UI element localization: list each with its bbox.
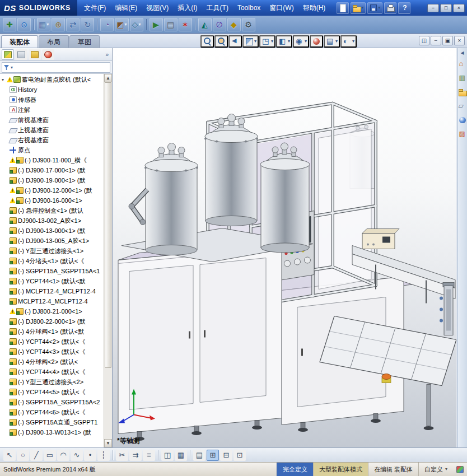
grid-snap-button[interactable]: ▤ [193, 450, 206, 461]
assembly-features-button[interactable]: ◩ [115, 18, 128, 31]
tree-item[interactable]: (-) DJ900-12-000<1> (默 [0, 185, 104, 195]
grid-system-button[interactable]: ⊞ [207, 450, 219, 461]
close-window-button[interactable]: × [453, 4, 465, 12]
tree-item[interactable]: DJ900-13-002_A胶<1> [0, 216, 104, 226]
expand-task-pane-button[interactable]: ◀ [460, 50, 464, 55]
line-button[interactable]: ╱ [30, 450, 43, 461]
tree-item[interactable]: (-) DJ900-17-000<1> (默 [0, 165, 104, 175]
tree-item[interactable]: (-) DJ900-13-000<1> (默 [0, 226, 104, 236]
dropdown-caret-icon[interactable] [271, 39, 273, 44]
tree-root-item[interactable]: 蓄电池封盖点胶机 (默认< [0, 74, 104, 85]
zoom-fit-button[interactable] [200, 35, 214, 48]
tree-item[interactable]: (-) MCLPT12-4_MCLPT12-4 [0, 286, 104, 296]
tree-item[interactable]: (-) YCPT44<4> (默认<《 [0, 367, 104, 377]
filter-caret-icon[interactable]: ▾ [11, 65, 13, 70]
options-button[interactable]: ⚙ [242, 18, 255, 31]
displaymanager-tab[interactable] [42, 49, 54, 60]
commandmanager-tab[interactable]: 布局 [39, 35, 69, 48]
viewport-layout-button[interactable]: ◫ [419, 36, 429, 45]
select-button[interactable]: ↖ [3, 450, 16, 461]
table-button[interactable]: ⊟ [220, 450, 232, 461]
scrollbar-track[interactable] [104, 82, 112, 439]
restore-document-button[interactable]: ▣ [442, 36, 453, 45]
dropdown-caret-icon[interactable] [352, 39, 354, 44]
tree-item[interactable]: 传感器 [0, 95, 104, 105]
dropdown-caret-icon[interactable] [305, 39, 307, 44]
new-document-button[interactable] [337, 2, 349, 14]
tree-item[interactable]: (-) DJ900-16-000<1> [0, 195, 104, 206]
help-button[interactable] [398, 2, 410, 14]
tree-item[interactable]: (-) DJ900-11-000_横《 [0, 155, 104, 165]
scroll-down-icon[interactable]: ▼ [104, 439, 112, 447]
commandmanager-tab[interactable]: 装配体 [1, 35, 38, 48]
hide-show-items-button[interactable] [293, 35, 309, 48]
tree-item[interactable]: 上视基准面 [0, 125, 104, 135]
dropdown-caret-icon[interactable] [288, 39, 290, 44]
tree-item[interactable]: (-) SGPPT15A直通_SGPPT1 [0, 417, 104, 427]
section-view-button[interactable] [242, 35, 259, 48]
tree-item[interactable]: (-) YCPT44<2> (默认<《 [0, 337, 104, 347]
dropdown-caret-icon[interactable] [138, 22, 141, 27]
apply-scene-button[interactable] [324, 35, 340, 48]
dropdown-caret-icon[interactable] [378, 6, 380, 10]
tree-item[interactable]: 注解 [0, 105, 104, 115]
centerline-button[interactable]: ┆ [97, 450, 110, 461]
tree-item[interactable]: (-) YCPT44<1> (默认<默 [0, 276, 104, 286]
commandmanager-tab[interactable]: 草图 [69, 35, 100, 48]
dropdown-caret-icon[interactable] [124, 22, 127, 27]
minimize-document-button[interactable]: − [431, 36, 441, 45]
scroll-up-icon[interactable]: ▲ [104, 74, 112, 82]
move-component-button[interactable]: ⇄ [66, 18, 80, 31]
tree-item[interactable]: History [0, 85, 104, 95]
tree-item[interactable]: (-) YCPT44<3> (默认<《 [0, 347, 104, 357]
interference-detection-button[interactable]: ◭ [198, 18, 212, 31]
tree-item[interactable]: (-) DJ800-21-000<1> [0, 306, 104, 316]
convert-entities-button[interactable]: ⇉ [129, 450, 142, 461]
point-button[interactable]: • [84, 450, 96, 461]
tree-item[interactable]: (-) 4分球阀<1> (默认<默 [0, 326, 104, 337]
tree-item[interactable]: (-) SGPPT15A_SGPPT15A<2 [0, 397, 104, 407]
offset-entities-button[interactable]: ≡ [143, 450, 155, 461]
centerpoint-arc-button[interactable]: ◠ [57, 450, 69, 461]
tree-item[interactable]: (-) 4分球阀<2> (默认< [0, 357, 104, 367]
expand-panel-button[interactable]: » [104, 52, 110, 58]
tree-item[interactable]: 原点 [0, 145, 104, 155]
menu-item[interactable]: 窗口(W) [265, 0, 298, 16]
menu-item[interactable]: 帮助(H) [298, 0, 330, 16]
dropdown-caret-icon[interactable] [46, 22, 49, 27]
measure-button[interactable]: ∅ [213, 18, 226, 31]
menu-item[interactable]: 编辑(E) [110, 0, 142, 16]
expander-icon[interactable] [2, 77, 7, 82]
smart-fasteners-button[interactable]: ⊕ [52, 18, 65, 31]
minimize-window-button[interactable]: − [427, 4, 439, 12]
circle-button[interactable]: ○ [17, 450, 29, 461]
linear-sketch-pattern-button[interactable]: ▦ [175, 450, 187, 461]
edit-appearance-button[interactable] [310, 35, 323, 48]
tree-scrollbar[interactable]: ▲ ▼ [104, 74, 112, 447]
tree-item[interactable]: (-) Y型三通过滤接头<1> [0, 246, 104, 256]
menu-item[interactable]: 文件(F) [80, 0, 110, 16]
tree-item[interactable]: (-) SGPPT15A_SGPPT15A<1 [0, 266, 104, 276]
menu-item[interactable]: 插入(I) [173, 0, 202, 16]
open-document-button[interactable] [351, 2, 366, 14]
mass-properties-button[interactable]: ◆ [227, 18, 241, 31]
propertymanager-tab[interactable] [15, 49, 27, 60]
menu-item[interactable]: 工具(T) [202, 0, 233, 16]
dropdown-caret-icon[interactable] [445, 467, 447, 472]
tree-item[interactable]: (-) 4分堵头<1> (默认<《 [0, 256, 104, 266]
dropdown-caret-icon[interactable] [254, 39, 256, 44]
new-motion-study-button[interactable]: ▶ [150, 18, 163, 31]
bill-of-materials-button[interactable]: ▤ [164, 18, 178, 31]
tree-item[interactable]: (-) DJ900-13-W013<1> (默 [0, 427, 104, 437]
design-library-button[interactable] [459, 74, 466, 83]
print-document-button[interactable] [384, 2, 396, 14]
tree-item[interactable]: (-) DJ900-19-000<1> (默 [0, 175, 104, 185]
save-document-button[interactable] [367, 2, 382, 14]
exploded-view-button[interactable]: ✶ [179, 18, 192, 31]
tree-item[interactable]: 前视基准面 [0, 115, 104, 125]
machine-3d-model[interactable] [113, 48, 456, 447]
tree-item[interactable]: (-) 急停控制盒<1> (默认 [0, 206, 104, 216]
menu-item[interactable]: 视图(V) [142, 0, 173, 16]
scrollbar-thumb[interactable] [105, 82, 111, 368]
mirror-entities-button[interactable]: ◫ [161, 450, 174, 461]
